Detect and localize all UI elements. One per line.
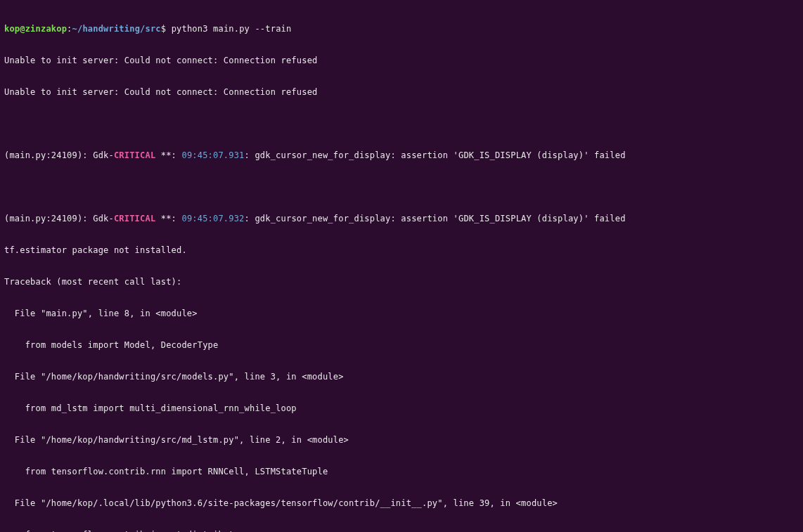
gdk-prefix: (main.py:24109): Gdk- (4, 150, 114, 160)
command-1: python3 main.py --train (172, 24, 292, 34)
prompt-path: ~/handwriting/src (72, 24, 161, 34)
critical-label: CRITICAL (114, 214, 155, 223)
traceback-line: File "/home/kop/handwriting/src/models.p… (4, 372, 799, 382)
traceback-line: File "/home/kop/handwriting/src/md_lstm.… (4, 435, 799, 446)
traceback-line: from md_lstm import multi_dimensional_rn… (4, 403, 799, 414)
traceback-header: Traceback (most recent call last): (4, 277, 799, 287)
blank-line (4, 119, 799, 129)
gdk-mid: **: (155, 214, 181, 223)
traceback-line: from models import Model, DecoderType (4, 340, 799, 351)
prompt-line-1: kop@zinzakop:~/handwriting/src$ python3 … (4, 24, 799, 34)
gdk-post: : gdk_cursor_new_for_display: assertion … (245, 150, 626, 160)
tf-estimator-msg: tf.estimator package not installed. (4, 245, 799, 256)
timestamp: 09:45:07.932 (181, 214, 244, 223)
prompt-dollar: $ (161, 24, 166, 34)
prompt-user: kop@zinzakop (4, 24, 67, 34)
output-line: Unable to init server: Could not connect… (4, 56, 799, 66)
prompt-sep: : (67, 24, 72, 34)
terminal-window[interactable]: kop@zinzakop:~/handwriting/src$ python3 … (0, 0, 803, 532)
gdk-critical-line-1: (main.py:24109): Gdk-CRITICAL **: 09:45:… (4, 150, 799, 161)
gdk-critical-line-2: (main.py:24109): Gdk-CRITICAL **: 09:45:… (4, 214, 799, 224)
blank-line (4, 182, 799, 193)
output-line: Unable to init server: Could not connect… (4, 87, 799, 98)
gdk-prefix: (main.py:24109): Gdk- (4, 214, 114, 223)
gdk-post: : gdk_cursor_new_for_display: assertion … (245, 214, 626, 223)
timestamp: 09:45:07.931 (181, 150, 244, 160)
traceback-line: File "/home/kop/.local/lib/python3.6/sit… (4, 498, 799, 509)
critical-label: CRITICAL (114, 150, 155, 160)
gdk-mid: **: (155, 150, 181, 160)
traceback-line: File "main.py", line 8, in <module> (4, 309, 799, 319)
traceback-line: from tensorflow.contrib.rnn import RNNCe… (4, 467, 799, 477)
